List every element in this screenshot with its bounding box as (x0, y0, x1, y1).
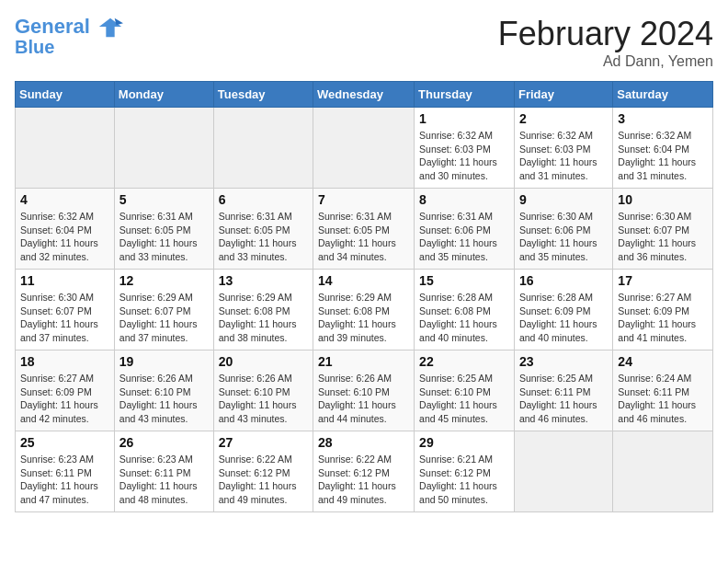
calendar-day-cell: 4Sunrise: 6:32 AM Sunset: 6:04 PM Daylig… (16, 189, 115, 270)
calendar-day-cell (514, 431, 612, 512)
calendar-week-row: 25Sunrise: 6:23 AM Sunset: 6:11 PM Dayli… (16, 431, 713, 512)
calendar-day-cell: 10Sunrise: 6:30 AM Sunset: 6:07 PM Dayli… (613, 189, 713, 270)
day-info: Sunrise: 6:31 AM Sunset: 6:05 PM Dayligh… (119, 210, 209, 264)
day-info: Sunrise: 6:21 AM Sunset: 6:12 PM Dayligh… (419, 453, 509, 507)
day-info: Sunrise: 6:31 AM Sunset: 6:05 PM Dayligh… (318, 210, 409, 264)
day-info: Sunrise: 6:30 AM Sunset: 6:06 PM Dayligh… (519, 210, 608, 264)
day-info: Sunrise: 6:25 AM Sunset: 6:10 PM Dayligh… (419, 372, 509, 426)
logo: General Blue (15, 15, 123, 57)
calendar-day-cell: 11Sunrise: 6:30 AM Sunset: 6:07 PM Dayli… (16, 270, 115, 350)
day-number: 18 (20, 354, 109, 369)
day-number: 26 (119, 435, 209, 450)
day-number: 14 (318, 273, 409, 288)
calendar-day-cell: 25Sunrise: 6:23 AM Sunset: 6:11 PM Dayli… (16, 431, 115, 512)
day-number: 8 (419, 192, 509, 207)
day-number: 27 (219, 435, 308, 450)
calendar-day-cell: 1Sunrise: 6:32 AM Sunset: 6:03 PM Daylig… (415, 108, 515, 189)
day-number: 1 (419, 111, 509, 126)
day-number: 28 (318, 435, 409, 450)
day-of-week-header: Friday (514, 82, 612, 108)
calendar-day-cell: 28Sunrise: 6:22 AM Sunset: 6:12 PM Dayli… (313, 431, 415, 512)
day-number: 4 (20, 192, 109, 207)
day-info: Sunrise: 6:30 AM Sunset: 6:07 PM Dayligh… (618, 210, 708, 264)
day-info: Sunrise: 6:26 AM Sunset: 6:10 PM Dayligh… (219, 372, 308, 426)
calendar-day-cell: 23Sunrise: 6:25 AM Sunset: 6:11 PM Dayli… (514, 350, 612, 431)
calendar-week-row: 4Sunrise: 6:32 AM Sunset: 6:04 PM Daylig… (16, 189, 713, 270)
day-of-week-header: Sunday (16, 82, 115, 108)
calendar-week-row: 11Sunrise: 6:30 AM Sunset: 6:07 PM Dayli… (16, 270, 713, 350)
day-info: Sunrise: 6:32 AM Sunset: 6:04 PM Dayligh… (618, 129, 708, 183)
day-info: Sunrise: 6:22 AM Sunset: 6:12 PM Dayligh… (219, 453, 308, 507)
day-info: Sunrise: 6:22 AM Sunset: 6:12 PM Dayligh… (318, 453, 409, 507)
calendar-day-cell: 29Sunrise: 6:21 AM Sunset: 6:12 PM Dayli… (415, 431, 515, 512)
day-number: 21 (318, 354, 409, 369)
calendar-day-cell: 5Sunrise: 6:31 AM Sunset: 6:05 PM Daylig… (114, 189, 213, 270)
day-of-week-header: Monday (114, 82, 213, 108)
day-number: 3 (618, 111, 708, 126)
calendar-day-cell (313, 108, 415, 189)
day-info: Sunrise: 6:28 AM Sunset: 6:09 PM Dayligh… (519, 291, 608, 345)
day-number: 19 (119, 354, 209, 369)
day-info: Sunrise: 6:24 AM Sunset: 6:11 PM Dayligh… (618, 372, 708, 426)
day-info: Sunrise: 6:29 AM Sunset: 6:08 PM Dayligh… (219, 291, 308, 345)
calendar-day-cell: 8Sunrise: 6:31 AM Sunset: 6:06 PM Daylig… (415, 189, 515, 270)
calendar-day-cell: 24Sunrise: 6:24 AM Sunset: 6:11 PM Dayli… (613, 350, 713, 431)
day-number: 29 (419, 435, 509, 450)
calendar-day-cell: 7Sunrise: 6:31 AM Sunset: 6:05 PM Daylig… (313, 189, 415, 270)
day-number: 7 (318, 192, 409, 207)
day-number: 16 (519, 273, 608, 288)
day-of-week-header: Wednesday (313, 82, 415, 108)
day-info: Sunrise: 6:25 AM Sunset: 6:11 PM Dayligh… (519, 372, 608, 426)
day-number: 24 (618, 354, 708, 369)
day-info: Sunrise: 6:29 AM Sunset: 6:07 PM Dayligh… (119, 291, 209, 345)
day-info: Sunrise: 6:27 AM Sunset: 6:09 PM Dayligh… (618, 291, 708, 345)
day-of-week-header: Thursday (415, 82, 515, 108)
day-info: Sunrise: 6:29 AM Sunset: 6:08 PM Dayligh… (318, 291, 409, 345)
calendar-day-cell: 13Sunrise: 6:29 AM Sunset: 6:08 PM Dayli… (213, 270, 313, 350)
day-info: Sunrise: 6:26 AM Sunset: 6:10 PM Dayligh… (318, 372, 409, 426)
calendar-day-cell: 6Sunrise: 6:31 AM Sunset: 6:05 PM Daylig… (213, 189, 313, 270)
month-title: February 2024 (498, 15, 713, 53)
day-of-week-header: Saturday (613, 82, 713, 108)
day-number: 20 (219, 354, 308, 369)
calendar-day-cell: 22Sunrise: 6:25 AM Sunset: 6:10 PM Dayli… (415, 350, 515, 431)
location: Ad Dann, Yemen (498, 53, 713, 70)
day-number: 23 (519, 354, 608, 369)
calendar-day-cell: 27Sunrise: 6:22 AM Sunset: 6:12 PM Dayli… (213, 431, 313, 512)
day-number: 11 (20, 273, 109, 288)
calendar-day-cell (114, 108, 213, 189)
day-number: 9 (519, 192, 608, 207)
calendar-day-cell (213, 108, 313, 189)
day-info: Sunrise: 6:27 AM Sunset: 6:09 PM Dayligh… (20, 372, 109, 426)
calendar-body: 1Sunrise: 6:32 AM Sunset: 6:03 PM Daylig… (16, 108, 713, 512)
calendar-day-cell: 19Sunrise: 6:26 AM Sunset: 6:10 PM Dayli… (114, 350, 213, 431)
day-info: Sunrise: 6:26 AM Sunset: 6:10 PM Dayligh… (119, 372, 209, 426)
day-info: Sunrise: 6:30 AM Sunset: 6:07 PM Dayligh… (20, 291, 109, 345)
day-number: 13 (219, 273, 308, 288)
day-number: 12 (119, 273, 209, 288)
day-info: Sunrise: 6:28 AM Sunset: 6:08 PM Dayligh… (419, 291, 509, 345)
calendar-week-row: 1Sunrise: 6:32 AM Sunset: 6:03 PM Daylig… (16, 108, 713, 189)
calendar-day-cell: 21Sunrise: 6:26 AM Sunset: 6:10 PM Dayli… (313, 350, 415, 431)
day-of-week-header: Tuesday (213, 82, 313, 108)
day-info: Sunrise: 6:31 AM Sunset: 6:06 PM Dayligh… (419, 210, 509, 264)
day-info: Sunrise: 6:32 AM Sunset: 6:03 PM Dayligh… (519, 129, 608, 183)
calendar-day-cell: 2Sunrise: 6:32 AM Sunset: 6:03 PM Daylig… (514, 108, 612, 189)
title-block: February 2024 Ad Dann, Yemen (498, 15, 713, 70)
day-number: 2 (519, 111, 608, 126)
calendar-day-cell: 17Sunrise: 6:27 AM Sunset: 6:09 PM Dayli… (613, 270, 713, 350)
day-info: Sunrise: 6:32 AM Sunset: 6:04 PM Dayligh… (20, 210, 109, 264)
calendar-day-cell: 3Sunrise: 6:32 AM Sunset: 6:04 PM Daylig… (613, 108, 713, 189)
calendar-day-cell: 16Sunrise: 6:28 AM Sunset: 6:09 PM Dayli… (514, 270, 612, 350)
calendar-day-cell (613, 431, 713, 512)
day-number: 6 (219, 192, 308, 207)
day-number: 15 (419, 273, 509, 288)
day-number: 5 (119, 192, 209, 207)
day-number: 10 (618, 192, 708, 207)
day-number: 25 (20, 435, 109, 450)
calendar-day-cell (16, 108, 115, 189)
day-number: 22 (419, 354, 509, 369)
calendar-day-cell: 18Sunrise: 6:27 AM Sunset: 6:09 PM Dayli… (16, 350, 115, 431)
page-header: General Blue February 2024 Ad Dann, Yeme… (15, 15, 713, 70)
calendar-day-cell: 26Sunrise: 6:23 AM Sunset: 6:11 PM Dayli… (114, 431, 213, 512)
